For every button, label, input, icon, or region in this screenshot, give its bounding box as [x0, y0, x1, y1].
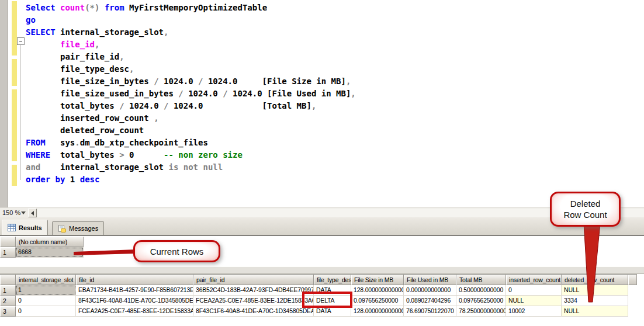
- row-header[interactable]: 1: [0, 247, 16, 258]
- header-row: (No column name): [0, 237, 84, 247]
- table-cell[interactable]: FCEA2A25-C0E7-485E-83EE-12DE15833A62: [193, 296, 314, 306]
- column-header[interactable]: pair_file_id: [193, 275, 314, 285]
- table-cell[interactable]: 128.000000000000: [351, 285, 404, 296]
- table-cell[interactable]: 0.000000000000: [404, 285, 456, 296]
- code-line[interactable]: total_bytes / 1024.0 / 1024.0 [Total MB]…: [26, 100, 356, 112]
- column-header[interactable]: internal_storage_slot: [16, 275, 76, 285]
- table-cell[interactable]: 0.097656250000: [456, 296, 506, 306]
- change-tracking-bar: [12, 59, 17, 86]
- change-tracking-bar: [12, 1, 17, 56]
- row-header[interactable]: 1: [0, 285, 16, 296]
- row-header[interactable]: 2: [0, 296, 16, 306]
- table-cell[interactable]: EBA71734-B41B-4257-9E90-F85B607213EB: [76, 285, 193, 296]
- table-cell[interactable]: 0.089027404296: [404, 296, 456, 306]
- table-cell[interactable]: 0: [16, 306, 76, 317]
- code-line[interactable]: file_type_desc,: [26, 63, 356, 75]
- table-cell[interactable]: 1: [16, 285, 76, 296]
- table-cell[interactable]: NULL: [506, 296, 562, 306]
- column-header[interactable]: (No column name): [16, 237, 84, 247]
- tab-results-label: Results: [19, 224, 42, 231]
- grid-corner[interactable]: [0, 237, 16, 247]
- code-lines[interactable]: Select count(*) from MyFirstMemporyOptim…: [26, 2, 356, 186]
- code-line[interactable]: file_size_in_bytes / 1024.0 / 1024.0 [Fi…: [26, 75, 356, 88]
- hscroll-left-button[interactable]: [28, 209, 37, 217]
- code-line[interactable]: go: [26, 14, 356, 26]
- grid-corner[interactable]: [0, 275, 16, 285]
- arrow-left-icon: [31, 211, 34, 216]
- tab-messages-label: Messages: [69, 225, 98, 232]
- column-header[interactable]: file_type_desc: [314, 275, 351, 285]
- callout-current-rows-label: Current Rows: [150, 247, 204, 256]
- code-line[interactable]: file_size_used_in_bytes / 1024.0 / 1024.…: [26, 88, 356, 100]
- code-line[interactable]: file_id,: [26, 39, 356, 51]
- table-cell[interactable]: 128.000000000000: [351, 306, 404, 317]
- tab-messages[interactable]: Messages: [52, 221, 104, 235]
- callout-current-rows: Current Rows: [133, 240, 220, 262]
- change-tracking-bar: [12, 89, 17, 161]
- table-cell[interactable]: 6668: [16, 247, 84, 258]
- editor-gutter: [0, 0, 8, 207]
- code-line[interactable]: Select count(*) from MyFirstMemporyOptim…: [26, 2, 356, 14]
- table-row: 16668: [0, 247, 84, 258]
- table-cell[interactable]: 0: [16, 296, 76, 306]
- table-cell[interactable]: 3334: [562, 296, 628, 306]
- table-cell[interactable]: FCEA2A25-C0E7-485E-83EE-12DE15833A62: [76, 306, 193, 317]
- table-cell[interactable]: 78.250000000000: [456, 306, 506, 317]
- sql-editor[interactable]: Select count(*) from MyFirstMemporyOptim…: [0, 0, 644, 207]
- code-line[interactable]: order by 1 desc: [26, 174, 356, 186]
- table-cell[interactable]: NULL: [562, 306, 628, 317]
- editor-bottom-bar: 150 %: [0, 207, 644, 217]
- column-header[interactable]: [628, 275, 637, 285]
- row-header[interactable]: 3: [0, 306, 16, 317]
- results-grid-icon: [8, 224, 16, 231]
- code-line[interactable]: deleted_row_count: [26, 124, 356, 137]
- code-line[interactable]: pair_file_id,: [26, 51, 356, 63]
- table-cell[interactable]: 0: [506, 285, 562, 296]
- column-header[interactable]: Total MB: [456, 275, 506, 285]
- table-cell[interactable]: 10002: [506, 306, 562, 317]
- table-cell[interactable]: 76.690750122070: [404, 306, 456, 317]
- column-header[interactable]: File Size in MB: [351, 275, 404, 285]
- header-row: internal_storage_slotfile_idpair_file_id…: [0, 275, 637, 285]
- callout-deleted-row-count: Deleted Row Count: [550, 192, 621, 227]
- tab-results[interactable]: Results: [2, 220, 48, 235]
- change-tracking-bar: [12, 165, 17, 186]
- delta-highlight-box: [302, 292, 352, 308]
- chevron-down-icon[interactable]: [21, 211, 26, 214]
- table-cell[interactable]: 0.097656250000: [351, 296, 404, 306]
- code-line[interactable]: WHERE total_bytes > 0 -- non zero size: [26, 149, 356, 161]
- result-grid-count: (No column name)16668: [0, 237, 84, 258]
- code-line[interactable]: FROM sys.dm_db_xtp_checkpoint_files: [26, 137, 356, 149]
- messages-icon: [58, 225, 66, 233]
- code-line[interactable]: and internal_storage_slot is not null: [26, 161, 356, 174]
- results-tabstrip: Results Messages: [0, 217, 644, 236]
- callout-deleted-row-count-label: Deleted Row Count: [563, 198, 607, 220]
- ssms-query-results-window: Select count(*) from MyFirstMemporyOptim…: [0, 0, 644, 326]
- table-cell[interactable]: 8F43C1F6-40A8-41DE-A70C-1D345805DEA8: [76, 296, 193, 306]
- table-cell[interactable]: 36B52C4D-183B-42A7-93FD-4DB4EE709972: [193, 285, 314, 296]
- code-line[interactable]: SELECT internal_storage_slot,: [26, 26, 356, 39]
- column-header[interactable]: File Used in MB: [404, 275, 456, 285]
- table-cell[interactable]: NULL: [562, 285, 628, 296]
- collapse-region-guide: [20, 45, 20, 180]
- zoom-level-select[interactable]: 150 %: [2, 209, 20, 216]
- table-cell[interactable]: 8F43C1F6-40A8-41DE-A70C-1D345805DEA8: [193, 306, 314, 317]
- code-line[interactable]: inserted_row_count ,: [26, 112, 356, 124]
- grid-splitter[interactable]: [0, 266, 644, 274]
- column-header[interactable]: inserted_row_count: [506, 275, 562, 285]
- column-header[interactable]: deleted_row_count: [562, 275, 628, 285]
- column-header[interactable]: file_id: [76, 275, 193, 285]
- collapse-region-icon[interactable]: [17, 37, 25, 45]
- table-cell[interactable]: 0.500000000000: [456, 285, 506, 296]
